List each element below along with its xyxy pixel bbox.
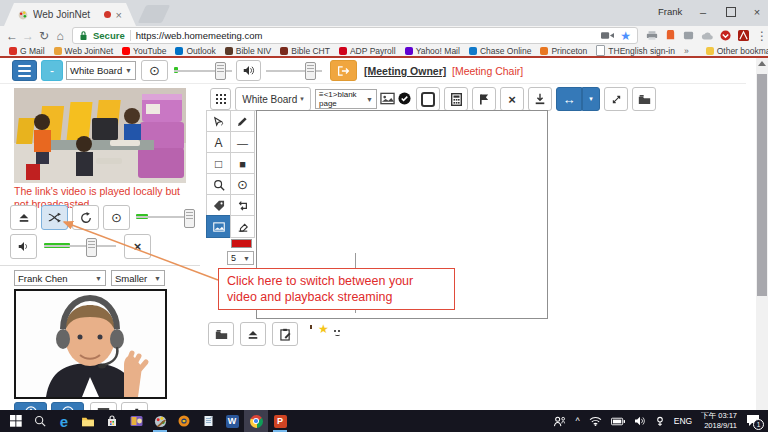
replay-button[interactable] bbox=[72, 205, 99, 230]
video-size-select[interactable]: Smaller▼ bbox=[111, 270, 165, 286]
bookmark-youtube[interactable]: YouTube bbox=[122, 46, 166, 56]
line-tool[interactable]: — bbox=[230, 131, 255, 154]
pen-size-select[interactable]: 5▼ bbox=[227, 251, 254, 265]
bookmark-yahoo[interactable]: Yahoo! Mail bbox=[405, 46, 460, 56]
start-button[interactable] bbox=[4, 410, 28, 432]
taskbar-clock[interactable]: 下午 03:17 2018/9/11 bbox=[701, 411, 737, 431]
wb-download-button[interactable] bbox=[528, 87, 552, 111]
wb-fit-dropdown-button[interactable]: ▾ bbox=[582, 87, 600, 111]
wb-grid-button[interactable] bbox=[210, 88, 231, 110]
scrollbar-thumb[interactable] bbox=[757, 74, 767, 296]
pocket-extension-icon[interactable] bbox=[720, 30, 731, 41]
playback-volume-track[interactable] bbox=[44, 245, 116, 247]
wb-fit-width-button[interactable]: ↔ bbox=[556, 87, 582, 111]
filled-rectangle-tool[interactable]: ■ bbox=[230, 152, 255, 175]
language-indicator[interactable]: ENG bbox=[674, 416, 692, 426]
taskbar-explorer-button[interactable] bbox=[76, 410, 100, 432]
notes-button[interactable] bbox=[272, 322, 298, 346]
wb-board-menu-button[interactable]: White Board▾ bbox=[235, 87, 311, 111]
action-center-button[interactable]: 1 bbox=[746, 414, 762, 428]
address-bar[interactable]: Secure https://web.homemeeting.com ★ bbox=[72, 27, 638, 44]
other-bookmarks-button[interactable]: Other bookmarks bbox=[706, 46, 768, 56]
playback-volume-handle[interactable] bbox=[86, 238, 97, 257]
rectangle-tool[interactable]: □ bbox=[206, 152, 231, 175]
bookmark-star-icon[interactable]: ★ bbox=[620, 29, 631, 43]
bookmark-thenglish[interactable]: THEnglish sign-in bbox=[596, 45, 675, 56]
adobe-extension-icon[interactable] bbox=[738, 30, 749, 41]
bookmark-gmail[interactable]: G Mail bbox=[9, 46, 45, 56]
taskbar-notepad-button[interactable] bbox=[196, 410, 220, 432]
wb-marker-button[interactable] bbox=[472, 87, 496, 111]
tab-close-icon[interactable]: × bbox=[116, 9, 122, 21]
wb-shape-button[interactable] bbox=[416, 87, 440, 111]
bookmark-adp[interactable]: ADP Payroll bbox=[339, 46, 396, 56]
rotate-page-tool[interactable] bbox=[230, 194, 255, 217]
people-icon[interactable] bbox=[553, 416, 566, 427]
home-icon[interactable]: ⌂ bbox=[52, 29, 68, 43]
link-device-icon[interactable] bbox=[655, 416, 665, 427]
scrollbar-up-icon[interactable] bbox=[758, 61, 766, 66]
bookmark-chase[interactable]: Chase Online bbox=[469, 46, 532, 56]
page-image-icon[interactable] bbox=[380, 92, 395, 105]
browser-menu-icon[interactable]: ⋮ bbox=[756, 29, 768, 43]
label-tool[interactable] bbox=[206, 194, 231, 217]
switch-stream-button[interactable] bbox=[41, 205, 68, 230]
tray-speaker-icon[interactable] bbox=[634, 416, 646, 426]
forward-icon[interactable]: → bbox=[20, 29, 36, 43]
orange-extension-icon[interactable] bbox=[665, 30, 676, 41]
reload-icon[interactable]: ↻ bbox=[36, 29, 52, 43]
taskbar-word-button[interactable]: W bbox=[220, 410, 244, 432]
pointer-tool[interactable] bbox=[206, 110, 231, 133]
new-tab-button[interactable] bbox=[138, 5, 170, 23]
meeting-minimize-button[interactable]: - bbox=[41, 60, 63, 81]
hidden-icons-chevron[interactable]: ^ bbox=[575, 416, 579, 426]
zoom-tool[interactable] bbox=[206, 173, 231, 196]
taskbar-chrome-button[interactable] bbox=[244, 410, 268, 432]
window-close-button[interactable]: × bbox=[744, 0, 768, 24]
bookmark-outlook[interactable]: Outlook bbox=[175, 46, 215, 56]
gray-extension-icon[interactable] bbox=[683, 30, 694, 41]
taskbar-edge-button[interactable]: e bbox=[52, 410, 76, 432]
bookmark-bible-cht[interactable]: Bible CHT bbox=[280, 46, 330, 56]
playback-speaker-button[interactable] bbox=[10, 234, 37, 259]
text-tool[interactable]: A bbox=[206, 131, 231, 154]
camera-icon[interactable] bbox=[601, 31, 614, 40]
stop-playback-button[interactable]: × bbox=[124, 234, 151, 259]
playback-record-button[interactable]: ⊙ bbox=[103, 205, 130, 230]
bookmark-joinnet[interactable]: Web JoinNet bbox=[54, 46, 114, 56]
meeting-menu-button[interactable] bbox=[12, 60, 37, 81]
wb-open-button[interactable] bbox=[632, 87, 656, 111]
sync-check-icon[interactable] bbox=[398, 92, 411, 105]
bookmarks-overflow-icon[interactable]: » bbox=[684, 46, 689, 56]
taskbar-powerpoint-button[interactable]: P bbox=[268, 410, 292, 432]
taskbar-store-button[interactable] bbox=[100, 410, 124, 432]
taskbar-joinnet-button[interactable] bbox=[148, 410, 172, 432]
wb-calculator-button[interactable] bbox=[444, 87, 468, 111]
laser-pointer-tool[interactable]: ⊙ bbox=[230, 173, 255, 196]
image-tool[interactable] bbox=[206, 215, 231, 238]
battery-icon[interactable] bbox=[611, 417, 625, 426]
playback-slider-handle[interactable] bbox=[184, 209, 195, 228]
window-maximize-button[interactable] bbox=[718, 0, 744, 24]
back-icon[interactable]: ← bbox=[4, 29, 20, 43]
print-extension-icon[interactable] bbox=[646, 30, 658, 41]
open-file-button[interactable] bbox=[208, 322, 234, 346]
volume-slider-handle[interactable] bbox=[305, 62, 316, 80]
wb-page-select[interactable]: ≡<1>blank page▼ bbox=[315, 89, 377, 109]
pen-color-swatch[interactable] bbox=[231, 239, 252, 248]
pen-tool[interactable] bbox=[230, 110, 255, 133]
profile-name[interactable]: Frank bbox=[658, 6, 682, 17]
taskbar-movie-app-button[interactable] bbox=[124, 410, 148, 432]
taskbar-recorder-button[interactable] bbox=[172, 410, 196, 432]
speaker-button[interactable] bbox=[236, 60, 261, 81]
wb-close-button[interactable]: × bbox=[500, 87, 524, 111]
browser-tab[interactable]: Web JoinNet × bbox=[4, 3, 136, 26]
leave-meeting-button[interactable] bbox=[330, 60, 357, 81]
window-minimize-button[interactable]: – bbox=[690, 0, 716, 24]
record-button[interactable]: ⊙ bbox=[141, 60, 168, 81]
cloud-extension-icon[interactable] bbox=[701, 31, 713, 41]
wifi-icon[interactable] bbox=[589, 416, 602, 426]
import-slide-button[interactable] bbox=[240, 322, 266, 346]
participant-select[interactable]: Frank Chen▼ bbox=[14, 270, 106, 286]
bookmark-bible-niv[interactable]: Bible NIV bbox=[225, 46, 271, 56]
